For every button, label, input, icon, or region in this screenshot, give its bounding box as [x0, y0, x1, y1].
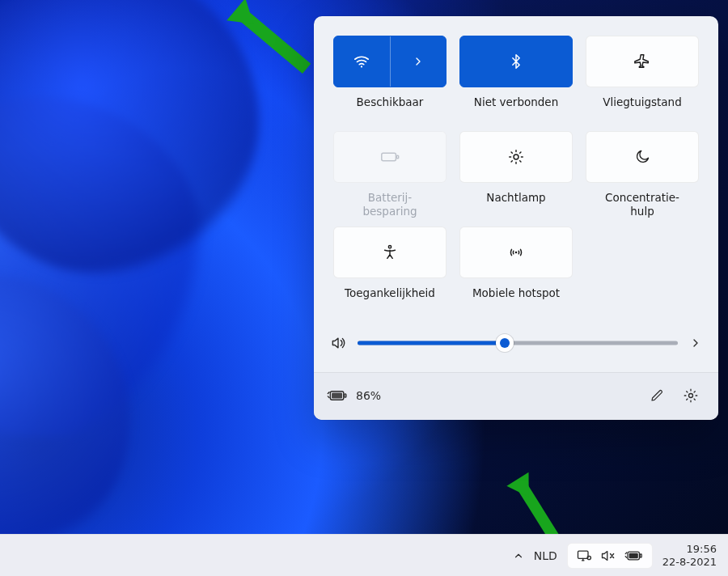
wifi-tile-label: Beschikbaar — [357, 95, 424, 123]
svg-rect-14 — [629, 553, 637, 557]
airplane-mode-tile[interactable] — [586, 36, 699, 87]
volume-slider[interactable] — [358, 335, 678, 351]
svg-point-3 — [514, 155, 518, 159]
volume-muted-icon — [600, 548, 616, 563]
quick-settings-tray-button[interactable] — [567, 543, 653, 569]
svg-point-4 — [388, 245, 391, 248]
pencil-icon — [650, 388, 664, 403]
clock-date: 22-8-2021 — [662, 556, 717, 569]
quick-settings-panel: Beschikbaar Niet verbonden Vliegtu — [314, 16, 718, 420]
bluetooth-icon — [508, 53, 524, 70]
battery-saver-tile-label: Batterij- besparing — [362, 191, 417, 218]
system-tray: NLD 19:56 22-8-2021 — [513, 543, 717, 569]
clock-time: 19:56 — [662, 543, 717, 556]
wifi-icon — [353, 53, 370, 70]
night-light-icon — [507, 148, 525, 166]
battery-saver-tile — [333, 131, 447, 183]
battery-status[interactable]: 86% — [327, 388, 381, 403]
svg-point-0 — [361, 66, 362, 67]
svg-rect-8 — [332, 393, 342, 399]
volume-row — [314, 322, 718, 372]
network-icon — [576, 548, 592, 563]
battery-tray-icon — [624, 549, 644, 562]
tray-overflow-button[interactable] — [513, 550, 524, 561]
night-light-tile-label: Nachtlamp — [486, 191, 545, 218]
wifi-tile[interactable] — [333, 36, 447, 87]
quick-settings-footer: 86% — [314, 372, 718, 420]
taskbar: NLD 19:56 22-8-2021 — [0, 534, 728, 576]
svg-point-9 — [689, 394, 693, 398]
accessibility-icon — [381, 244, 399, 261]
moon-icon — [634, 149, 650, 165]
audio-output-expand[interactable] — [689, 337, 702, 349]
open-settings-button[interactable] — [676, 383, 705, 409]
accessibility-tile-label: Toegankelijkheid — [345, 286, 435, 314]
hotspot-icon — [506, 244, 526, 261]
svg-point-5 — [515, 252, 518, 254]
svg-point-11 — [587, 556, 590, 559]
svg-rect-13 — [640, 554, 641, 557]
chevron-right-icon — [412, 55, 425, 68]
battery-saver-icon — [379, 148, 400, 166]
desktop-wallpaper: Beschikbaar Niet verbonden Vliegtu — [0, 0, 728, 576]
mobile-hotspot-tile[interactable] — [459, 227, 573, 278]
wallpaper-shape — [0, 0, 287, 303]
wifi-expand[interactable] — [391, 36, 447, 87]
speaker-icon[interactable] — [330, 335, 346, 351]
language-indicator[interactable]: NLD — [534, 549, 557, 562]
gear-icon — [683, 388, 699, 404]
airplane-mode-tile-label: Vliegtuigstand — [603, 95, 682, 123]
airplane-icon — [633, 53, 651, 70]
edit-quick-settings-button[interactable] — [642, 383, 671, 409]
battery-charging-icon — [327, 388, 348, 403]
quick-settings-tiles: Beschikbaar Niet verbonden Vliegtu — [314, 16, 718, 322]
bluetooth-tile-label: Niet verbonden — [474, 95, 558, 123]
focus-assist-tile-label: Concentratie- hulp — [605, 191, 679, 218]
clock[interactable]: 19:56 22-8-2021 — [662, 543, 717, 568]
night-light-tile[interactable] — [459, 131, 573, 183]
focus-assist-tile[interactable] — [586, 131, 699, 183]
battery-percent-text: 86% — [356, 389, 381, 402]
mobile-hotspot-tile-label: Mobiele hotspot — [472, 286, 560, 314]
svg-rect-1 — [382, 153, 396, 160]
accessibility-tile[interactable] — [333, 227, 447, 278]
svg-rect-2 — [396, 155, 398, 159]
svg-rect-10 — [578, 551, 588, 558]
svg-rect-7 — [345, 394, 346, 397]
wifi-toggle[interactable] — [334, 36, 390, 87]
bluetooth-tile[interactable] — [459, 36, 573, 87]
